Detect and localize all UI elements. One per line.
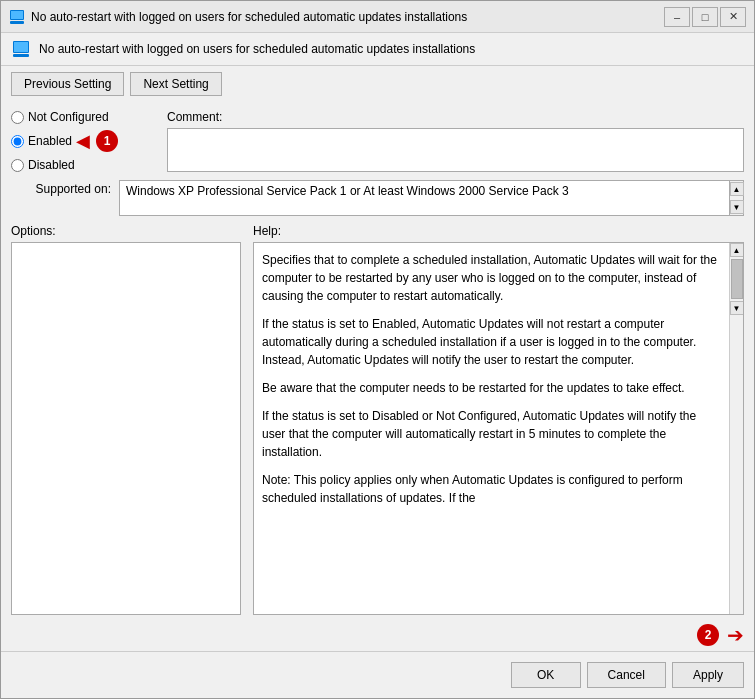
- policy-icon: [11, 39, 31, 59]
- bottom-buttons: OK Cancel Apply: [1, 651, 754, 698]
- disabled-option[interactable]: Disabled: [11, 158, 151, 172]
- help-panel: Help: Specifies that to complete a sched…: [253, 224, 744, 615]
- help-para-5: Note: This policy applies only when Auto…: [262, 471, 721, 507]
- svg-rect-5: [13, 54, 29, 57]
- badge-2: 2: [697, 624, 719, 646]
- svg-rect-2: [10, 21, 24, 24]
- not-configured-label[interactable]: Not Configured: [28, 110, 109, 124]
- help-scrollbar: ▲ ▼: [729, 243, 743, 614]
- radio-group: Not Configured Enabled ◀ 1 Disabled: [11, 110, 151, 172]
- subtitle-bar: No auto-restart with logged on users for…: [1, 33, 754, 66]
- help-box: Specifies that to complete a scheduled i…: [254, 243, 729, 614]
- title-controls: – □ ✕: [664, 7, 746, 27]
- help-scroll-up[interactable]: ▲: [730, 243, 744, 257]
- badge-1: 1: [96, 130, 118, 152]
- help-scroll-thumb[interactable]: [731, 259, 743, 299]
- enabled-arrow: ◀: [76, 130, 90, 152]
- window-icon: [9, 9, 25, 25]
- svg-rect-1: [11, 11, 23, 19]
- minimize-button[interactable]: –: [664, 7, 690, 27]
- help-para-2: If the status is set to Enabled, Automat…: [262, 315, 721, 369]
- help-para-3: Be aware that the computer needs to be r…: [262, 379, 721, 397]
- help-scroll-down[interactable]: ▼: [730, 301, 744, 315]
- options-box: [11, 242, 241, 615]
- top-section: Not Configured Enabled ◀ 1 Disabled Comm…: [11, 110, 744, 172]
- help-para-1: Specifies that to complete a scheduled i…: [262, 251, 721, 305]
- supported-row: Supported on: Windows XP Professional Se…: [11, 180, 744, 216]
- footer-annotation: 2 ➔: [1, 623, 754, 647]
- help-para-2-text: If the status is set to Enabled, Automat…: [262, 317, 696, 367]
- cancel-button[interactable]: Cancel: [587, 662, 666, 688]
- help-label: Help:: [253, 224, 744, 238]
- supported-value: Windows XP Professional Service Pack 1 o…: [126, 184, 569, 198]
- options-label: Options:: [11, 224, 241, 238]
- comment-textarea[interactable]: [167, 128, 744, 172]
- next-setting-button[interactable]: Next Setting: [130, 72, 221, 96]
- options-panel: Options:: [11, 224, 241, 615]
- supported-label: Supported on:: [11, 180, 111, 196]
- subtitle-text: No auto-restart with logged on users for…: [39, 42, 475, 56]
- ok-arrow: ➔: [727, 623, 744, 647]
- main-window: No auto-restart with logged on users for…: [0, 0, 755, 699]
- title-bar-left: No auto-restart with logged on users for…: [9, 9, 664, 25]
- supported-scrollbar: ▲ ▼: [729, 181, 743, 215]
- enabled-radio[interactable]: [11, 135, 24, 148]
- scroll-down-arrow[interactable]: ▼: [730, 200, 744, 214]
- close-button[interactable]: ✕: [720, 7, 746, 27]
- disabled-radio[interactable]: [11, 159, 24, 172]
- comment-label: Comment:: [167, 110, 744, 124]
- footer-area: 2 ➔ OK Cancel Apply: [1, 623, 754, 698]
- enabled-option[interactable]: Enabled: [11, 134, 72, 148]
- ok-button[interactable]: OK: [511, 662, 581, 688]
- maximize-button[interactable]: □: [692, 7, 718, 27]
- svg-rect-4: [14, 42, 28, 52]
- enabled-row: Enabled ◀ 1: [11, 130, 151, 152]
- scroll-up-arrow[interactable]: ▲: [730, 182, 744, 196]
- bottom-section: Options: Help: Specifies that to complet…: [11, 224, 744, 615]
- comment-section: Comment:: [167, 110, 744, 172]
- apply-button[interactable]: Apply: [672, 662, 744, 688]
- window-title: No auto-restart with logged on users for…: [31, 10, 467, 24]
- supported-box: Windows XP Professional Service Pack 1 o…: [119, 180, 744, 216]
- not-configured-option[interactable]: Not Configured: [11, 110, 151, 124]
- title-bar: No auto-restart with logged on users for…: [1, 1, 754, 33]
- nav-bar: Previous Setting Next Setting: [1, 66, 754, 102]
- previous-setting-button[interactable]: Previous Setting: [11, 72, 124, 96]
- help-para-4: If the status is set to Disabled or Not …: [262, 407, 721, 461]
- main-content: Not Configured Enabled ◀ 1 Disabled Comm…: [1, 102, 754, 623]
- enabled-label[interactable]: Enabled: [28, 134, 72, 148]
- disabled-label[interactable]: Disabled: [28, 158, 75, 172]
- not-configured-radio[interactable]: [11, 111, 24, 124]
